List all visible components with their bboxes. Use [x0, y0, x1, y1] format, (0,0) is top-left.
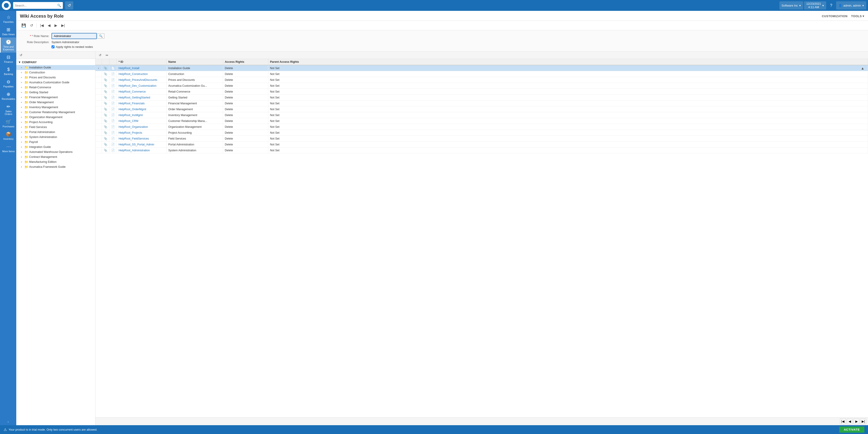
col-access-rights[interactable]: Access Rights [223, 59, 268, 65]
tree-node-prices-discounts[interactable]: + 📁 Prices and Discounts [16, 75, 95, 80]
col-name[interactable]: Name [166, 59, 223, 65]
tree-node-contract-management[interactable]: + 📁 Contract Management [16, 155, 95, 159]
tree-node-payroll[interactable]: + 📁 Payroll [16, 139, 95, 144]
customization-button[interactable]: CUSTOMIZATION [822, 14, 848, 18]
id-cell[interactable]: HelpRoot_CRM [117, 118, 166, 124]
table-row[interactable]: 📎 📄 HelpRoot_SS_Portal_Admin Portal Admi… [95, 142, 868, 147]
table-row[interactable]: 📎 📄 HelpRoot_Dev_Customization Acumatica… [95, 83, 868, 89]
expand-cell[interactable] [95, 118, 102, 124]
tree-root-node[interactable]: ▼ COMPANY [16, 60, 95, 65]
id-cell[interactable]: HelpRoot_Organization [117, 124, 166, 130]
table-row[interactable]: 📎 📄 HelpRoot_Administration System Admin… [95, 147, 868, 153]
table-row[interactable]: 📎 📄 HelpRoot_GettingStarted Getting Star… [95, 95, 868, 100]
tree-node-acumatica-customization[interactable]: + 📁 Acumatica Customization Guide [16, 80, 95, 85]
id-cell[interactable]: HelpRoot_Commerce [117, 89, 166, 95]
expand-cell[interactable] [95, 142, 102, 147]
page-last-button[interactable]: ▶| [860, 419, 866, 424]
tree-node-field-services[interactable]: + 📁 Field Services [16, 125, 95, 130]
id-cell[interactable]: HelpRoot_Administration [117, 147, 166, 153]
id-cell[interactable]: HelpRoot_Projects [117, 130, 166, 136]
table-row[interactable]: 📎 📄 HelpRoot_OrderMgmt Order Management … [95, 106, 868, 112]
table-row[interactable]: 📎 📄 HelpRoot_Organization Organization M… [95, 124, 868, 130]
tree-node-system-administration[interactable]: + 📁 System Administration [16, 135, 95, 139]
id-cell[interactable]: HelpRoot_Financials [117, 100, 166, 106]
table-row[interactable]: › 📎 📄 HelpRoot_Install Installation Guid… [95, 65, 868, 71]
sidebar-item-time-expenses[interactable]: 🕐 Time and Expenses [0, 37, 16, 53]
undo-button[interactable]: ↺ [29, 22, 35, 29]
tree-node-installation-guide[interactable]: + 📁 Installation Guide [16, 65, 95, 70]
page-next-button[interactable]: ▶ [854, 419, 860, 424]
last-record-button[interactable]: ▶| [60, 22, 66, 29]
tree-node-manufacturing-edition[interactable]: + 📁 Manufacturing Edition [16, 159, 95, 164]
company-selector[interactable]: Software Inc ▾ [779, 1, 803, 9]
tree-node-integration-guide[interactable]: + 📁 Integration Guide [16, 144, 95, 149]
next-record-button[interactable]: ▶ [53, 22, 59, 29]
first-record-button[interactable]: |◀ [38, 22, 45, 29]
id-cell[interactable]: HelpRoot_Install [117, 65, 166, 71]
id-cell[interactable]: HelpRoot_Dev_Customization [117, 83, 166, 89]
tree-node-project-accounting[interactable]: + 📁 Project Accounting [16, 120, 95, 125]
search-input[interactable] [15, 4, 57, 7]
user-selector[interactable]: 👤 admin, admin ▾ [836, 1, 866, 9]
expand-cell[interactable] [95, 130, 102, 136]
sidebar-item-banking[interactable]: $ Banking [0, 65, 16, 77]
expand-cell[interactable] [95, 83, 102, 89]
tree-refresh-button[interactable]: ↺ [18, 53, 24, 58]
role-search-button[interactable]: 🔍 [97, 33, 104, 39]
table-row[interactable]: 📎 📄 HelpRoot_FieldServices Field Service… [95, 136, 868, 142]
expand-cell[interactable] [95, 77, 102, 83]
id-cell[interactable]: HelpRoot_SS_Portal_Admin [117, 142, 166, 147]
grid-fit-button[interactable]: ⇔ [104, 53, 110, 58]
collapse-button[interactable]: ▲ [861, 66, 864, 70]
col-id[interactable]: * ID [117, 59, 166, 65]
table-row[interactable]: 📎 📄 HelpRoot_PricesAndDiscounts Prices a… [95, 77, 868, 83]
sidebar-item-data-views[interactable]: ⊞ Data Views [0, 25, 16, 37]
id-cell[interactable]: HelpRoot_FieldServices [117, 136, 166, 142]
history-button[interactable]: ↺ [65, 1, 73, 9]
table-row[interactable]: 📎 📄 HelpRoot_Commerce Retail-Commerce De… [95, 89, 868, 95]
tools-button[interactable]: TOOLS ▾ [851, 14, 864, 18]
tree-node-organization-management[interactable]: + 📁 Organization Management [16, 115, 95, 120]
tree-node-acumatica-framework[interactable]: + 📁 Acumatica Framework Guide [16, 164, 95, 169]
tree-node-inventory-management[interactable]: + 📁 Inventory Management [16, 105, 95, 110]
prev-record-button[interactable]: ◀ [46, 22, 52, 29]
id-cell[interactable]: HelpRoot_InvMgmt [117, 112, 166, 118]
sidebar-item-payables[interactable]: ⊖ Payables [0, 77, 16, 90]
datetime-selector[interactable]: 12/23/2021 4:11 AM ▾ [804, 1, 826, 9]
expand-cell[interactable] [95, 106, 102, 112]
sidebar-item-more-items[interactable]: ⋯ More Items [0, 142, 16, 155]
tree-node-crm[interactable]: + 📁 Customer Relationship Management [16, 110, 95, 115]
id-cell[interactable]: HelpRoot_Construction [117, 71, 166, 77]
save-button[interactable]: 💾 [20, 22, 28, 29]
page-first-button[interactable]: |◀ [840, 419, 846, 424]
id-cell[interactable]: HelpRoot_PricesAndDiscounts [117, 77, 166, 83]
apply-rights-checkbox[interactable] [52, 45, 55, 48]
tree-node-construction[interactable]: + 📁 Construction [16, 70, 95, 75]
table-row[interactable]: 📎 📄 HelpRoot_Financials Financial Manage… [95, 100, 868, 106]
grid-refresh-button[interactable]: ↺ [97, 53, 103, 58]
expand-cell[interactable] [95, 95, 102, 100]
table-row[interactable]: 📎 📄 HelpRoot_CRM Customer Relationship M… [95, 118, 868, 124]
help-button[interactable]: ? [827, 1, 835, 9]
id-cell[interactable]: HelpRoot_OrderMgmt [117, 106, 166, 112]
id-cell[interactable]: HelpRoot_GettingStarted [117, 95, 166, 100]
role-name-input[interactable] [52, 33, 97, 39]
expand-cell[interactable]: › [95, 65, 102, 71]
tree-node-retail-commerce[interactable]: + 📁 Retail-Commerce [16, 85, 95, 90]
sidebar-expand-button[interactable]: › [0, 418, 16, 425]
expand-cell[interactable] [95, 124, 102, 130]
search-icon[interactable]: 🔍 [57, 4, 61, 7]
sidebar-item-receivables[interactable]: ⊕ Receivables [0, 90, 16, 102]
tree-node-automated-warehouse[interactable]: + 📁 Automated Warehouse Operations [16, 149, 95, 155]
sidebar-item-finance[interactable]: ⊟ Finance [0, 53, 16, 65]
table-row[interactable]: 📎 📄 HelpRoot_InvMgmt Inventory Managemen… [95, 112, 868, 118]
expand-cell[interactable] [95, 89, 102, 95]
expand-cell[interactable] [95, 100, 102, 106]
sidebar-item-favorites[interactable]: ☆ Favorites [0, 13, 16, 25]
sidebar-item-sales-orders[interactable]: ✏ Sales Orders [0, 102, 16, 117]
tree-node-getting-started[interactable]: + 📁 Getting Started [16, 90, 95, 95]
page-prev-button[interactable]: ◀ [847, 419, 852, 424]
col-parent-access-rights[interactable]: Parent Access Rights [268, 59, 868, 65]
sidebar-item-purchases[interactable]: 🛒 Purchases [0, 117, 16, 130]
activate-button[interactable]: ACTIVATE [839, 427, 864, 433]
